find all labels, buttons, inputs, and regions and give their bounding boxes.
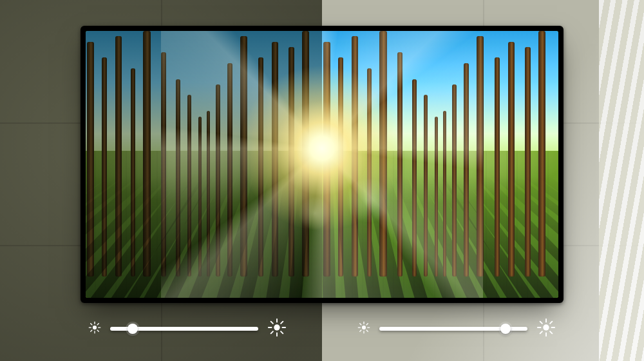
brightness-high-icon (536, 318, 556, 340)
svg-line-5 (91, 324, 92, 325)
svg-line-17 (281, 322, 283, 324)
curtain (599, 0, 644, 361)
svg-line-35 (550, 322, 552, 324)
tv-screen (86, 31, 558, 298)
brightness-slider-left[interactable] (88, 318, 287, 340)
slider-track[interactable] (379, 327, 527, 331)
brightness-slider-right[interactable] (357, 318, 556, 340)
svg-line-24 (366, 330, 368, 331)
svg-line-14 (271, 322, 273, 324)
svg-point-27 (543, 324, 549, 330)
svg-line-32 (540, 322, 542, 324)
slider-track[interactable] (110, 327, 258, 331)
svg-line-16 (271, 331, 273, 333)
brightness-sliders-row (0, 309, 644, 348)
slider-thumb[interactable] (500, 324, 511, 334)
svg-line-6 (97, 330, 99, 331)
svg-line-8 (97, 324, 99, 325)
svg-point-0 (93, 326, 97, 329)
promo-scene (0, 0, 644, 361)
picture-right-bright (322, 31, 558, 298)
svg-line-23 (360, 324, 361, 325)
svg-point-18 (362, 326, 366, 329)
svg-line-25 (360, 330, 361, 331)
slider-thumb[interactable] (128, 324, 138, 334)
brightness-low-icon (88, 321, 101, 337)
brightness-high-icon (267, 318, 287, 340)
svg-point-9 (274, 324, 279, 330)
forest-picture (86, 31, 558, 298)
svg-line-33 (550, 331, 552, 333)
svg-line-15 (281, 331, 283, 333)
brightness-low-icon (357, 321, 370, 337)
svg-line-34 (540, 331, 542, 333)
picture-left-dim (86, 31, 322, 298)
svg-line-7 (91, 330, 92, 331)
tv-frame (80, 26, 564, 303)
svg-line-26 (366, 324, 368, 325)
